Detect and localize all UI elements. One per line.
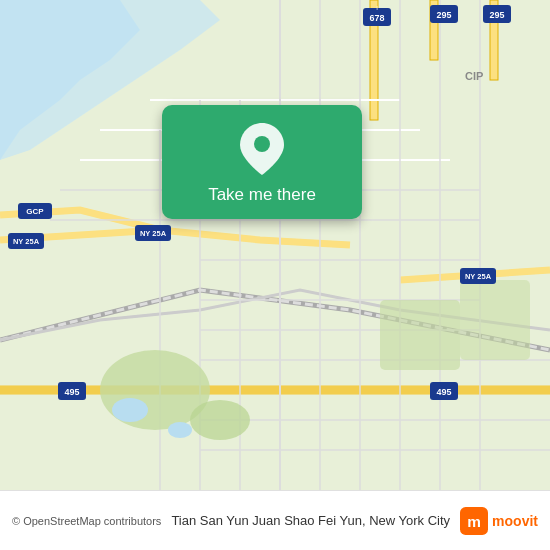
map-area: 678 I 295 295 GCP NY 25A NY 25A NY 25A 4…: [0, 0, 550, 490]
svg-text:NY 25A: NY 25A: [465, 272, 492, 281]
take-me-there-card[interactable]: Take me there: [162, 105, 362, 219]
svg-text:678: 678: [369, 13, 384, 23]
svg-text:495: 495: [436, 387, 451, 397]
svg-text:GCP: GCP: [26, 207, 44, 216]
bottom-bar: © OpenStreetMap contributors Tian San Yu…: [0, 490, 550, 550]
svg-text:295: 295: [436, 10, 451, 20]
svg-point-5: [190, 400, 250, 440]
svg-rect-7: [460, 280, 530, 360]
svg-rect-6: [380, 300, 460, 370]
svg-text:NY 25A: NY 25A: [13, 237, 40, 246]
svg-text:m: m: [467, 512, 481, 529]
take-me-there-button[interactable]: Take me there: [208, 185, 316, 205]
svg-point-8: [112, 398, 148, 422]
svg-point-9: [168, 422, 192, 438]
location-name: Tian San Yun Juan Shao Fei Yun, New York…: [161, 513, 460, 528]
location-pin-icon: [236, 123, 288, 175]
svg-text:NY 25A: NY 25A: [140, 229, 167, 238]
moovit-logo-text: moovit: [492, 513, 538, 529]
svg-text:495: 495: [64, 387, 79, 397]
svg-text:295: 295: [489, 10, 504, 20]
moovit-logo: m moovit: [460, 507, 538, 535]
osm-credit: © OpenStreetMap contributors: [12, 515, 161, 527]
svg-point-31: [254, 136, 270, 152]
svg-text:CIP: CIP: [465, 70, 483, 82]
